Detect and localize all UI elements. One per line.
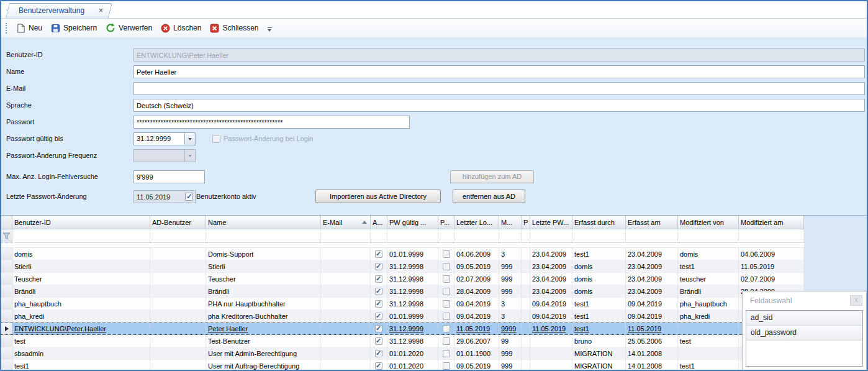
cell-aktiv[interactable] (371, 347, 387, 360)
cell-modifiziert_am[interactable]: 04.06.2009 (739, 248, 804, 260)
tab-close-icon[interactable]: × (99, 6, 111, 15)
checkbox-unchecked-icon[interactable] (443, 300, 450, 308)
cell-email[interactable] (321, 260, 371, 273)
checkbox-checked-icon[interactable] (375, 337, 382, 345)
cell-ad_benutzer[interactable] (150, 310, 206, 323)
cell-benutzer_id[interactable]: test (12, 335, 150, 347)
cell-erfasst_durch[interactable]: MIGRATION (572, 360, 626, 371)
cell-pw_aenderung[interactable] (438, 273, 454, 285)
grid-row[interactable]: TeuscherTeuscher31.12.999802.07.20099992… (1, 273, 804, 285)
checkbox-unchecked-icon[interactable] (443, 350, 450, 357)
cell-benutzer_id[interactable]: Stierli (12, 260, 150, 273)
dropdown-arrow-icon[interactable] (184, 133, 195, 145)
cell-erfasst_am[interactable]: 14.01.2008 (626, 347, 678, 360)
row-marker[interactable] (1, 248, 12, 260)
cell-letzter_login[interactable]: 01.01.1900 (454, 347, 499, 360)
cell-p[interactable] (522, 285, 530, 298)
filter-cell-erfasst_am[interactable] (626, 229, 678, 242)
save-button[interactable]: Speichern (47, 22, 101, 35)
cell-erfasst_am[interactable]: 11.05.2019 (626, 323, 678, 334)
cell-erfasst_am[interactable]: 09.04.2019 (626, 310, 678, 323)
grid-column-header-aktiv[interactable]: A... (371, 216, 387, 229)
cell-modifiziert_von[interactable]: teuscher (678, 273, 739, 285)
cell-email[interactable] (321, 347, 371, 360)
cell-pw_aenderung[interactable] (438, 298, 454, 310)
cell-max_versuche[interactable]: 3 (499, 310, 522, 323)
close-button[interactable]: Schliessen (206, 22, 263, 35)
passwort-aenderung-frequenz-combo[interactable] (133, 149, 196, 162)
cell-erfasst_am[interactable]: 09.04.2019 (626, 298, 678, 310)
importieren-aus-ad-button[interactable]: Importieren aus Active Directory (315, 190, 441, 203)
cell-pw_gueltig[interactable]: 31.12.9998 (387, 335, 438, 347)
cell-email[interactable] (321, 285, 371, 298)
passwort-gueltig-bis-combo[interactable]: 31.12.9999 (133, 132, 196, 145)
benutzer-id-field[interactable] (133, 48, 865, 62)
cell-name[interactable]: Domis-Support (206, 248, 321, 260)
checkbox-unchecked-icon[interactable] (443, 325, 450, 332)
cell-max_versuche[interactable]: 999 (499, 260, 522, 273)
checkbox-unchecked-icon[interactable] (443, 250, 450, 258)
sprache-field[interactable] (133, 99, 865, 112)
cell-benutzer_id[interactable]: pha_kredi (12, 310, 150, 323)
cell-aktiv[interactable] (371, 310, 387, 323)
cell-p[interactable] (522, 248, 530, 260)
cell-modifiziert_am[interactable]: 02.07.2009 (739, 273, 804, 285)
row-marker[interactable] (1, 335, 12, 347)
row-marker[interactable] (1, 260, 12, 273)
cell-max_versuche[interactable]: 3 (499, 248, 522, 260)
cell-name[interactable]: User mit Auftrag-Berechtigung (206, 360, 321, 371)
checkbox-benutzerkonto-aktiv[interactable]: Benutzerkonto aktiv (185, 190, 256, 203)
new-button[interactable]: Neu (12, 22, 47, 35)
cell-ad_benutzer[interactable] (150, 335, 206, 347)
checkbox-checked-icon[interactable] (375, 263, 382, 270)
popup-item-ad_sid[interactable]: ad_sid (746, 311, 862, 326)
hinzufuegen-zum-ad-button[interactable]: hinzufügen zum AD (450, 170, 534, 183)
filter-cell-email[interactable] (321, 229, 371, 242)
checkbox-checked-icon[interactable] (375, 288, 382, 295)
passwort-field[interactable] (133, 116, 410, 129)
checkbox-checked-icon[interactable] (375, 325, 382, 332)
cell-pw_gueltig[interactable]: 31.12.9998 (387, 298, 438, 310)
grid-row[interactable]: pha_hauptbuchPHA nur Hauptbuchhalter31.1… (1, 298, 804, 310)
cell-benutzer_id[interactable]: Brändli (12, 285, 150, 298)
cell-letzter_login[interactable]: 09.05.2019 (454, 260, 499, 273)
name-field[interactable] (133, 65, 865, 78)
cell-name[interactable]: Peter Haeller (206, 323, 321, 334)
cell-letzte_pw[interactable]: 11.05.2019 (530, 323, 572, 334)
grid-column-header-erfasst_am[interactable]: Erfasst am (626, 216, 678, 229)
cell-modifiziert_von[interactable]: pha_hauptbuch (678, 298, 739, 310)
filter-cell-modifiziert_von[interactable] (678, 229, 739, 242)
toolbar-grip[interactable] (6, 23, 9, 34)
cell-email[interactable] (321, 360, 371, 371)
cell-ad_benutzer[interactable] (150, 323, 206, 334)
cell-modifiziert_von[interactable]: test1 (678, 360, 739, 371)
cell-letzte_pw[interactable] (530, 360, 572, 371)
grid-row[interactable]: test1User mit Auftrag-Berechtigung01.01.… (1, 360, 804, 371)
cell-letzter_login[interactable]: 04.06.2009 (454, 248, 499, 260)
checkbox-unchecked-icon[interactable] (443, 263, 450, 270)
grid-column-header-max_versuche[interactable]: M... (499, 216, 522, 229)
checkbox-checked-icon[interactable] (375, 350, 382, 357)
cell-erfasst_durch[interactable]: test1 (572, 248, 626, 260)
email-field[interactable] (133, 82, 865, 95)
grid-filter-row[interactable] (1, 229, 804, 243)
cell-erfasst_am[interactable]: 23.04.2009 (626, 248, 678, 260)
cell-p[interactable] (522, 273, 530, 285)
cell-email[interactable] (321, 323, 371, 334)
cell-modifiziert_von[interactable]: test1 (678, 260, 739, 273)
max-login-fehlversuche-field[interactable] (133, 170, 205, 183)
cell-modifiziert_von[interactable] (678, 323, 739, 334)
grid-row[interactable]: testTest-Benutzer31.12.999829.06.200799b… (1, 335, 804, 347)
row-marker[interactable] (1, 285, 12, 298)
cell-name[interactable]: User mit Admin-Berechtigung (206, 347, 321, 360)
cell-ad_benutzer[interactable] (150, 248, 206, 260)
grid-column-header-modifiziert_von[interactable]: Modifiziert von (678, 216, 739, 229)
cell-max_versuche[interactable]: 3 (499, 298, 522, 310)
cell-benutzer_id[interactable]: test1 (12, 360, 150, 371)
cell-p[interactable] (522, 335, 530, 347)
cell-pw_gueltig[interactable]: 01.01.9999 (387, 248, 438, 260)
cell-modifiziert_von[interactable]: Brändli (678, 285, 739, 298)
cell-letzte_pw[interactable] (530, 335, 572, 347)
filter-cell-letzter_login[interactable] (454, 229, 499, 242)
checkbox-unchecked-icon[interactable] (443, 337, 450, 345)
